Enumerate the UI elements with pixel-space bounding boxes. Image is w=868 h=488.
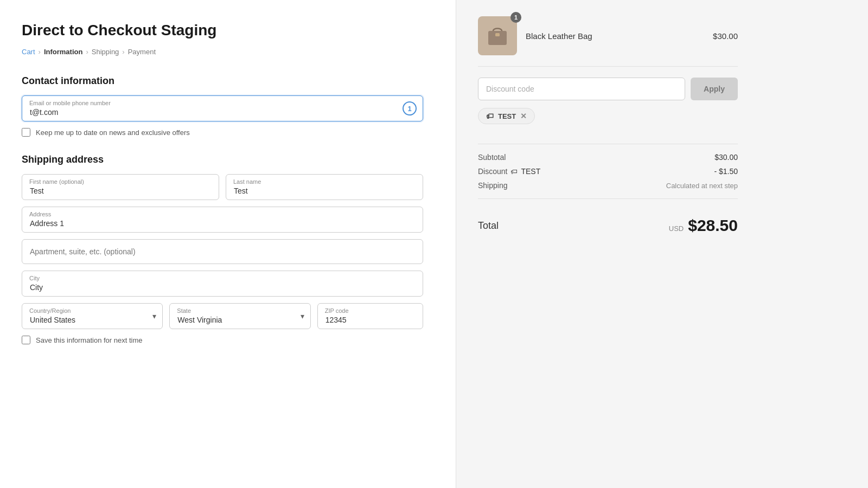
breadcrumb-shipping: Shipping (92, 48, 119, 56)
right-panel: 1 Black Leather Bag $30.00 Apply 🏷 TEST … (456, 0, 760, 488)
email-input[interactable] (22, 95, 423, 121)
total-line: Total USD $28.50 (478, 208, 738, 235)
save-info-label[interactable]: Save this information for next time (36, 336, 143, 344)
svg-rect-0 (488, 31, 507, 45)
discount-tag: 🏷 TEST ✕ (478, 108, 535, 124)
breadcrumb-payment: Payment (128, 48, 156, 56)
chevron-icon-2: › (86, 48, 88, 56)
product-image-wrapper: 1 (478, 16, 517, 55)
last-name-input[interactable] (226, 174, 423, 200)
city-input[interactable] (22, 271, 423, 297)
discount-tag-row: 🏷 TEST ✕ (478, 108, 738, 135)
summary-divider-1 (478, 144, 738, 144)
email-field-wrapper: Email or mobile phone number 1 (22, 95, 423, 121)
product-name: Black Leather Bag (526, 31, 704, 41)
discount-label: Discount (478, 167, 507, 176)
discount-code-label: TEST (521, 167, 540, 176)
shipping-value: Calculated at next step (666, 182, 738, 190)
save-info-row: Save this information for next time (22, 336, 423, 344)
breadcrumb: Cart › Information › Shipping › Payment (22, 48, 423, 56)
discount-tag-icon-small: 🏷 (510, 168, 518, 176)
discount-tag-label: TEST (498, 112, 516, 120)
summary-divider-2 (478, 198, 738, 199)
chevron-icon: › (39, 48, 41, 56)
discount-value: - $1.50 (714, 167, 738, 176)
page-title: Direct to Checkout Staging (22, 22, 423, 39)
product-row: 1 Black Leather Bag $30.00 (478, 16, 738, 67)
country-select[interactable]: United States (22, 303, 163, 329)
onepassword-icon[interactable]: 1 (403, 101, 417, 115)
newsletter-label[interactable]: Keep me up to date on news and exclusive… (36, 129, 190, 137)
chevron-icon-3: › (122, 48, 124, 56)
country-field: Country/Region United States (22, 303, 163, 329)
last-name-field: Last name (226, 174, 423, 200)
left-panel: Direct to Checkout Staging Cart › Inform… (0, 0, 456, 488)
save-info-checkbox[interactable] (22, 336, 30, 344)
newsletter-checkbox[interactable] (22, 128, 30, 137)
city-field: City (22, 271, 423, 297)
state-select[interactable]: West Virginia (169, 303, 310, 329)
subtotal-line: Subtotal $30.00 (478, 153, 738, 162)
state-field: State West Virginia (169, 303, 310, 329)
svg-rect-1 (495, 33, 500, 36)
total-amount: $28.50 (688, 216, 738, 235)
discount-label-row: Discount 🏷 TEST (478, 167, 540, 176)
breadcrumb-information: Information (44, 48, 83, 56)
contact-section-title: Contact information (22, 75, 423, 87)
name-row: First name (optional) Last name (22, 174, 423, 200)
zip-input[interactable] (317, 303, 423, 329)
country-state-zip-row: Country/Region United States State West … (22, 303, 423, 329)
total-right: USD $28.50 (669, 216, 738, 235)
product-image (478, 16, 517, 55)
product-price: $30.00 (713, 31, 738, 41)
address-field: Address (22, 207, 423, 233)
zip-field: ZIP code (317, 303, 423, 329)
shipping-line: Shipping Calculated at next step (478, 181, 738, 190)
first-name-input[interactable] (22, 174, 219, 200)
tag-icon: 🏷 (486, 112, 494, 120)
newsletter-row: Keep me up to date on news and exclusive… (22, 128, 423, 137)
subtotal-label: Subtotal (478, 153, 506, 162)
shipping-section-title: Shipping address (22, 154, 423, 165)
subtotal-value: $30.00 (714, 153, 738, 162)
product-quantity-badge: 1 (510, 12, 521, 23)
total-currency: USD (669, 224, 684, 233)
shipping-label: Shipping (478, 181, 508, 190)
apt-input[interactable] (22, 239, 423, 264)
breadcrumb-cart[interactable]: Cart (22, 48, 35, 56)
remove-discount-button[interactable]: ✕ (520, 112, 527, 120)
discount-input[interactable] (478, 78, 685, 100)
address-input[interactable] (22, 207, 423, 233)
discount-line: Discount 🏷 TEST - $1.50 (478, 167, 738, 176)
first-name-field: First name (optional) (22, 174, 219, 200)
apply-button[interactable]: Apply (691, 78, 738, 100)
total-label: Total (478, 220, 499, 232)
apt-field (22, 239, 423, 264)
discount-row: Apply (478, 78, 738, 100)
